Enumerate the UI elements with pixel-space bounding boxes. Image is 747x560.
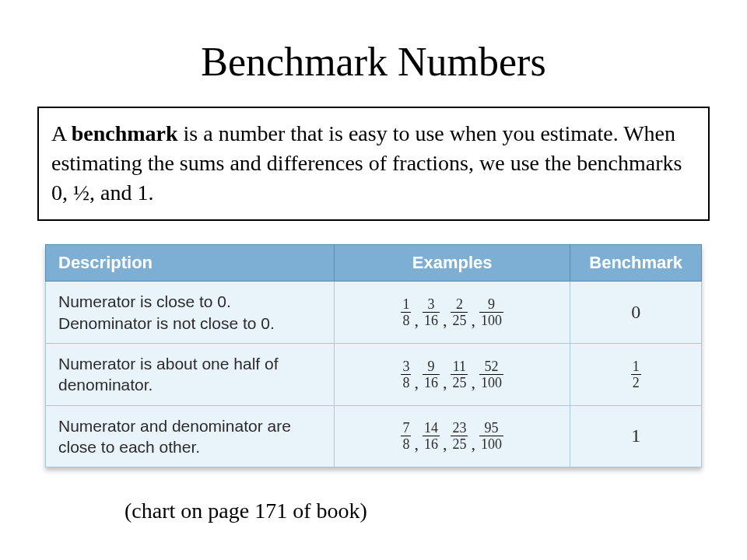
fraction-denominator: 16: [423, 436, 440, 451]
table-row: Numerator is about one half of denominat…: [46, 343, 702, 405]
cell-examples: 38,916,1125,52100: [334, 343, 570, 405]
fraction-numerator: 3: [401, 359, 411, 375]
fraction-denominator: 8: [401, 436, 411, 451]
cell-description: Numerator and denominator are close to e…: [46, 405, 335, 467]
fraction: 52100: [479, 359, 503, 390]
table-row: Numerator is close to 0. Denominator is …: [46, 282, 702, 344]
slide: Benchmark Numbers A benchmark is a numbe…: [0, 0, 747, 560]
table-body: Numerator is close to 0. Denominator is …: [46, 282, 702, 467]
fraction-denominator: 100: [479, 313, 503, 327]
fraction-denominator: 100: [479, 375, 503, 390]
fraction: 1125: [451, 359, 468, 390]
cell-description: Numerator is about one half of denominat…: [46, 343, 335, 405]
fraction-denominator: 8: [401, 375, 411, 390]
fraction-denominator: 25: [451, 436, 468, 451]
definition-lead: benchmark: [72, 121, 178, 145]
fraction-numerator: 1: [631, 359, 641, 375]
fraction-numerator: 52: [479, 359, 503, 375]
comma: ,: [443, 310, 447, 331]
fraction-numerator: 1: [401, 297, 411, 313]
fraction-denominator: 8: [401, 313, 411, 327]
fraction-numerator: 3: [423, 297, 440, 313]
fraction: 78: [401, 421, 411, 451]
fraction: 2325: [451, 421, 468, 451]
page-title: Benchmark Numbers: [31, 39, 716, 85]
fraction-numerator: 7: [401, 421, 411, 436]
fraction-numerator: 9: [479, 297, 503, 313]
comma: ,: [471, 310, 475, 331]
definition-prefix: A: [51, 121, 72, 145]
fraction: 18: [401, 297, 411, 327]
fraction: 38: [401, 359, 411, 390]
definition-box: A benchmark is a number that is easy to …: [37, 107, 710, 221]
table-row: Numerator and denominator are close to e…: [46, 405, 702, 467]
fraction-denominator: 25: [451, 375, 468, 390]
fraction: 9100: [479, 297, 503, 327]
caption: (chart on page 171 of book): [124, 499, 716, 523]
fraction-numerator: 23: [451, 421, 468, 436]
fraction: 916: [423, 359, 440, 390]
comma: ,: [471, 373, 475, 393]
fraction-denominator: 16: [423, 313, 440, 327]
comma: ,: [414, 310, 419, 331]
cell-description: Numerator is close to 0. Denominator is …: [46, 282, 335, 344]
fraction: 12: [631, 359, 641, 390]
fraction: 225: [451, 297, 468, 327]
cell-benchmark: 0: [570, 282, 702, 344]
benchmark-table: Description Examples Benchmark Numerator…: [45, 244, 702, 467]
table-header-row: Description Examples Benchmark: [46, 245, 702, 282]
fraction: 1416: [423, 421, 440, 451]
fraction-numerator: 11: [451, 359, 468, 375]
fraction-numerator: 2: [451, 297, 468, 313]
fraction-numerator: 9: [423, 359, 440, 375]
fraction-denominator: 100: [479, 436, 503, 451]
fraction: 95100: [479, 421, 503, 451]
comma: ,: [414, 373, 419, 393]
fraction: 316: [423, 297, 440, 327]
benchmark-table-wrap: Description Examples Benchmark Numerator…: [45, 244, 702, 467]
fraction-numerator: 14: [423, 421, 440, 436]
fraction-denominator: 2: [631, 375, 641, 390]
comma: ,: [414, 434, 419, 454]
cell-examples: 18,316,225,9100: [334, 282, 570, 344]
fraction-denominator: 16: [423, 375, 440, 390]
comma: ,: [471, 434, 475, 454]
cell-examples: 78,1416,2325,95100: [334, 405, 570, 467]
th-examples: Examples: [334, 245, 570, 282]
th-description: Description: [46, 245, 335, 282]
comma: ,: [443, 373, 447, 393]
cell-benchmark: 12: [570, 343, 702, 405]
cell-benchmark: 1: [570, 405, 702, 467]
fraction-numerator: 95: [479, 421, 503, 436]
comma: ,: [443, 434, 447, 454]
th-benchmark: Benchmark: [570, 245, 702, 282]
fraction-denominator: 25: [451, 313, 468, 327]
